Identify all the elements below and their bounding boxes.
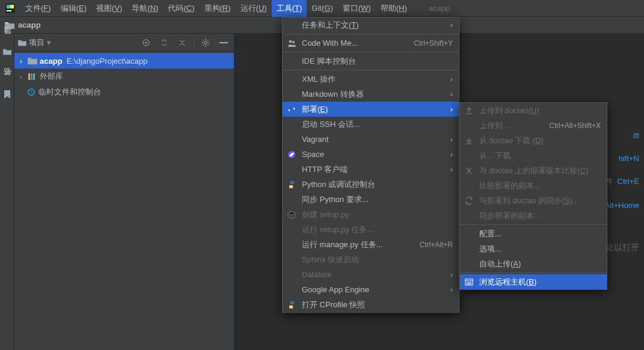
folder-sm-icon [18,39,26,46]
menu-help[interactable]: 帮助(H) [376,0,412,17]
tools-menu-item-13[interactable]: 运行 setup.py 任务... [283,222,459,237]
menubar: 文件(F) 编辑(E) 视图(V) 导航(N) 代码(C) 重构(R) 运行(U… [0,0,644,17]
ext-lib-icon [28,72,37,81]
submenu-arrow-icon: › [447,135,453,144]
menu-tools[interactable]: 工具(T) [272,0,307,17]
collapse-all-icon[interactable] [176,36,189,49]
shortcut-text: Ctrl+Shift+Y [414,39,453,48]
tools-menu-item-11[interactable]: 同步 Python 要求... [283,192,459,207]
submenu-arrow-icon: › [447,285,453,294]
menu-edit[interactable]: 编辑(E) [56,0,91,17]
svg-rect-7 [219,42,228,43]
menu-code[interactable]: 代码(C) [163,0,199,17]
locate-icon[interactable] [140,36,153,49]
deploy-menu-item-2[interactable]: 从 doctao 下载 (D) [460,133,607,148]
space-icon [286,150,297,159]
tools-menu: 任务和上下文(T)›Code With Me...Ctrl+Shift+YIDE… [282,17,459,313]
svg-rect-10 [33,73,35,80]
tools-menu-item-12[interactable]: 创建 setup.py [283,207,459,222]
tools-menu-item-7[interactable]: Vagrant› [283,132,459,147]
tools-menu-item-10[interactable]: Python 或调试控制台 [283,177,459,192]
project-tree: › acapp E:\djangoProject\acapp › 外部库 临时文… [14,52,234,101]
menu-item-label: 比较部署的副本... [479,180,601,191]
svg-point-12 [289,40,292,43]
deploy-menu-item-6[interactable]: 与部署到 doctao 的同步(S)... [460,193,607,208]
tools-menu-item-16[interactable]: Datalore› [283,267,459,282]
tools-menu-item-6[interactable]: 启动 SSH 会话... [283,117,459,132]
submenu-arrow-icon: › [447,150,453,159]
tools-menu-item-0[interactable]: 任务和上下文(T)› [283,17,459,32]
folder-icon [5,21,14,29]
hide-icon[interactable] [217,36,230,49]
menu-separator [283,52,459,52]
menu-navigate[interactable]: 导航(N) [127,0,163,17]
deploy-menu-item-5[interactable]: 比较部署的副本... [460,178,607,193]
menu-refactor[interactable]: 重构(R) [200,0,236,17]
deploy-menu-item-11[interactable]: 浏览远程主机(B) [460,274,607,289]
submenu-arrow-icon: › [447,20,453,29]
tools-menu-item-9[interactable]: HTTP 客户端› [283,162,459,177]
tools-menu-item-17[interactable]: Google App Engine› [283,282,459,297]
tools-menu-item-3[interactable]: XML 操作› [283,72,459,87]
folder-small-icon [3,48,11,55]
tools-menu-item-5[interactable]: 部署(E)› [283,102,459,117]
python-icon [286,301,297,309]
tools-menu-item-1[interactable]: Code With Me...Ctrl+Shift+Y [283,35,459,51]
deploy-menu-item-7[interactable]: 同步部署的副本... [460,208,607,223]
menu-run[interactable]: 运行(U) [236,0,272,17]
submenu-arrow-icon: › [447,165,453,174]
project-folder-icon [28,57,37,65]
browse-icon [464,278,474,286]
menu-item-label: Google App Engine [302,285,442,294]
deploy-menu-item-3[interactable]: 从…下载 [460,148,607,163]
deploy-menu-item-9[interactable]: 选项... [460,241,607,256]
submenu-arrow-icon: › [447,90,453,99]
deploy-menu-item-1[interactable]: 上传到...Ctrl+Alt+Shift+X [460,118,607,133]
window-title: acapp [424,0,455,17]
project-title[interactable]: 项目 ▾ [18,37,51,48]
scratch-icon [26,88,36,96]
menu-git[interactable]: Git(G) [307,0,337,17]
tools-menu-item-8[interactable]: Space› [283,147,459,162]
breadcrumb[interactable]: acapp [5,20,41,29]
project-header: 项目 ▾ [14,34,234,52]
menu-view[interactable]: 视图(V) [91,0,127,17]
menu-item-label: 上传到... [479,120,544,131]
python-icon [286,180,297,189]
expand-all-icon[interactable] [158,36,171,49]
deploy-menu-item-4[interactable]: 与 doctao 上的部署版本比较(C) [460,163,607,178]
tools-menu-item-4[interactable]: Markdown 转换器› [283,87,459,102]
people-icon [286,39,297,48]
svg-rect-9 [31,73,32,80]
tools-menu-item-18[interactable]: 打开 CProfile 快照 [283,297,459,312]
tree-root[interactable]: › acapp E:\djangoProject\acapp [14,53,234,69]
deploy-menu-item-0[interactable]: 上传到 doctao(U) [460,103,607,118]
download-icon [464,137,474,145]
tools-menu-item-14[interactable]: 运行 manage.py 任务...Ctrl+Alt+R [283,237,459,252]
breadcrumb-text: acapp [18,20,41,29]
tree-external-libs[interactable]: › 外部库 [14,69,234,84]
svg-rect-2 [10,5,14,8]
menu-separator [460,224,607,225]
menu-item-label: 任务和上下文(T) [302,20,442,31]
menu-separator [283,34,459,34]
tools-menu-item-2[interactable]: IDE 脚本控制台 [283,54,459,69]
tools-menu-item-15[interactable]: Sphinx 快速启动 [283,252,459,267]
submenu-arrow-icon: › [447,105,453,114]
tree-scratches[interactable]: 临时文件和控制台 [14,84,234,100]
deploy-menu-item-10[interactable]: 自动上传(A) [460,256,607,271]
menu-item-label: XML 操作 [302,74,442,85]
menu-file[interactable]: 文件(F) [20,0,56,17]
deploy-menu-item-8[interactable]: 配置... [460,226,607,241]
menu-item-label: 从…下载 [479,150,601,161]
menu-window[interactable]: 窗口(W) [338,0,376,17]
shortcut-text: Ctrl+Alt+Shift+X [549,121,601,130]
svg-rect-3 [7,10,11,11]
menu-item-label: 选项... [479,244,601,254]
settings-icon[interactable] [199,36,212,49]
menu-item-label: 自动上传(A) [479,259,601,269]
svg-point-5 [146,41,147,43]
menu-item-label: IDE 脚本控制台 [302,56,453,67]
menu-item-label: 启动 SSH 会话... [302,119,453,130]
menu-item-label: Vagrant [302,135,442,144]
